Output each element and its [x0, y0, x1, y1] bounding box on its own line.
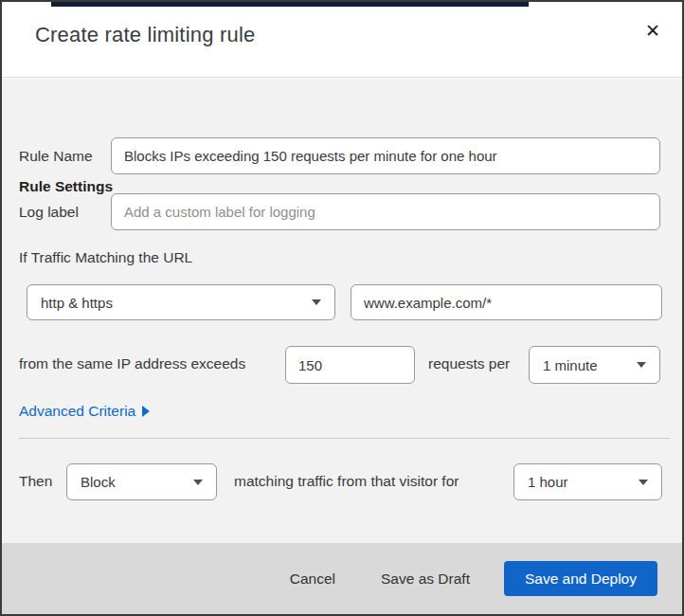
- action-select[interactable]: Block: [66, 463, 217, 500]
- scheme-select-value: http & https: [41, 295, 113, 311]
- log-label-label: Log label: [19, 204, 79, 221]
- chevron-down-icon: [193, 480, 203, 485]
- log-label-input[interactable]: [111, 193, 660, 230]
- close-icon[interactable]: ✕: [639, 17, 667, 45]
- create-rate-limiting-rule-dialog: Create rate limiting rule ✕ Rule Setting…: [0, 0, 684, 616]
- dialog-title: Create rate limiting rule: [35, 23, 255, 47]
- backdrop-strip: [51, 2, 529, 7]
- scheme-select[interactable]: http & https: [27, 284, 335, 320]
- advanced-criteria-label: Advanced Criteria: [19, 403, 135, 420]
- section-divider: [19, 438, 670, 439]
- threshold-text-after: requests per: [428, 355, 510, 372]
- action-select-value: Block: [81, 474, 116, 490]
- rule-name-input[interactable]: [111, 137, 660, 174]
- period-select-value: 1 minute: [543, 357, 598, 373]
- threshold-text-before: from the same IP address exceeds: [19, 355, 245, 372]
- duration-select-value: 1 hour: [528, 474, 568, 490]
- dialog-header: Create rate limiting rule ✕: [2, 2, 682, 78]
- cancel-button[interactable]: Cancel: [279, 563, 347, 595]
- traffic-match-intro: If Traffic Matching the URL: [19, 249, 192, 266]
- threshold-input[interactable]: [285, 346, 415, 384]
- url-pattern-input[interactable]: [351, 284, 662, 320]
- duration-select[interactable]: 1 hour: [513, 463, 662, 500]
- action-between-text: matching traffic from that visitor for: [234, 473, 459, 490]
- then-label: Then: [19, 473, 52, 490]
- rule-settings-heading: Rule Settings: [19, 178, 113, 195]
- dialog-body: Rule Settings Rule Name Log label If Tra…: [2, 79, 682, 545]
- expand-right-arrow-icon: [142, 406, 150, 417]
- chevron-down-icon: [637, 362, 646, 368]
- advanced-criteria-link[interactable]: Advanced Criteria: [19, 403, 150, 420]
- save-as-draft-button[interactable]: Save as Draft: [369, 563, 481, 595]
- dialog-footer: Cancel Save as Draft Save and Deploy: [2, 543, 682, 614]
- period-select[interactable]: 1 minute: [529, 346, 660, 384]
- chevron-down-icon: [639, 480, 648, 485]
- rule-name-label: Rule Name: [19, 148, 93, 165]
- chevron-down-icon: [312, 299, 321, 305]
- save-and-deploy-button[interactable]: Save and Deploy: [504, 561, 657, 596]
